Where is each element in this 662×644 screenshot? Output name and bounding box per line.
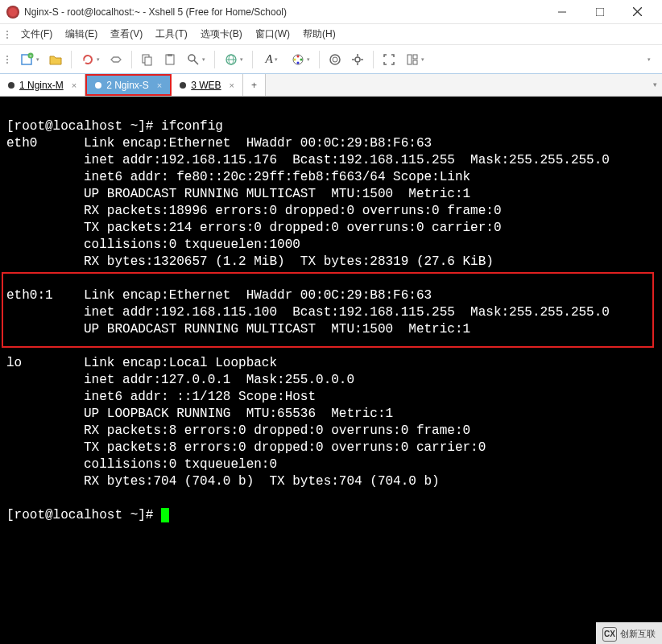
svg-rect-28 [413, 55, 417, 59]
paste-button[interactable] [159, 49, 180, 70]
find-button[interactable]: ▾ [182, 49, 209, 70]
svg-point-22 [355, 57, 360, 62]
watermark: CX 创新互联 [596, 622, 662, 644]
disconnect-button[interactable] [106, 49, 126, 70]
title-bar: Nginx-S - root@localhost:~ - Xshell 5 (F… [0, 0, 662, 24]
tab-label: 1 Nginx-M [19, 80, 64, 91]
menu-window[interactable]: 窗口(W) [249, 25, 296, 43]
tab-nginx-m[interactable]: 1 Nginx-M × [0, 74, 85, 96]
svg-point-18 [300, 58, 303, 60]
menu-bar: 文件(F) 编辑(E) 查看(V) 工具(T) 选项卡(B) 窗口(W) 帮助(… [0, 24, 662, 45]
terminal-cursor [161, 508, 169, 522]
tab-label: 3 WEB [191, 80, 221, 91]
menu-file[interactable]: 文件(F) [14, 25, 59, 43]
tab-nginx-s[interactable]: 2 Nginx-S × [85, 74, 172, 96]
font-button[interactable]: A▾ [258, 49, 285, 70]
terminal-line: collisions:0 txqueuelen:0 [84, 457, 277, 472]
terminal-line: RX bytes:1320657 (1.2 MiB) TX bytes:2831… [84, 254, 494, 269]
svg-text:+: + [29, 53, 32, 58]
toolbar-overflow-button[interactable]: ▾ [638, 49, 659, 70]
maximize-button[interactable] [581, 1, 618, 23]
svg-rect-1 [596, 8, 604, 16]
menu-tools[interactable]: 工具(T) [149, 25, 193, 43]
svg-rect-10 [168, 54, 172, 56]
terminal-line: Link encap:Ethernet HWaddr 00:0C:29:B8:F… [84, 288, 432, 303]
close-button[interactable] [619, 1, 656, 23]
svg-point-19 [297, 61, 300, 64]
terminal-pane[interactable]: [root@localhost ~]# ifconfig eth0 Link e… [0, 97, 662, 644]
tab-bar: 1 Nginx-M × 2 Nginx-S × 3 WEB × + ▾ [0, 74, 662, 97]
terminal-line: inet6 addr: fe80::20c:29ff:feb8:f663/64 … [84, 170, 470, 184]
toolbar-separator [252, 51, 253, 68]
svg-point-17 [297, 55, 300, 57]
tab-status-dot [95, 82, 101, 89]
new-tab-button[interactable]: + [243, 74, 266, 96]
terminal-line: TX packets:214 errors:0 dropped:0 overru… [84, 221, 501, 235]
terminal-line: UP BROADCAST RUNNING MULTICAST MTU:1500 … [84, 322, 470, 336]
svg-rect-27 [408, 55, 412, 64]
color-button[interactable]: ▾ [287, 49, 314, 70]
tabbar-overflow-button[interactable]: ▾ [646, 74, 662, 95]
toolbar-separator [214, 51, 215, 68]
script-button[interactable] [325, 49, 345, 70]
layout-button[interactable]: ▾ [401, 49, 428, 70]
toolbar-drag-handle[interactable] [6, 52, 11, 67]
toolbar-separator [131, 51, 132, 68]
terminal-line: inet6 addr: ::1/128 Scope:Host [84, 390, 316, 404]
svg-point-20 [294, 58, 296, 60]
prompt: [root@localhost ~]# [6, 508, 161, 522]
terminal-command: ifconfig [161, 119, 223, 134]
watermark-text: 创新互联 [620, 625, 656, 642]
terminal-line: TX packets:8 errors:0 dropped:0 overruns… [84, 440, 486, 455]
window-title: Nginx-S - root@localhost:~ - Xshell 5 (F… [24, 6, 544, 18]
iface-name: lo [6, 356, 22, 370]
iface-name: eth0:1 [6, 288, 53, 303]
tab-close-icon[interactable]: × [72, 80, 77, 90]
menu-drag-handle[interactable] [6, 27, 11, 42]
new-session-button[interactable]: +▾ [16, 49, 43, 70]
toolbar-separator [373, 51, 374, 68]
svg-point-11 [188, 55, 195, 61]
menu-edit[interactable]: 编辑(E) [59, 25, 104, 43]
svg-rect-29 [413, 60, 417, 64]
terminal-line: UP LOOPBACK RUNNING MTU:65536 Metric:1 [84, 407, 393, 421]
tab-web[interactable]: 3 WEB × [172, 74, 243, 96]
minimize-button[interactable] [544, 1, 580, 23]
terminal-line: RX bytes:704 (704.0 b) TX bytes:704 (704… [84, 474, 440, 489]
reconnect-button[interactable]: ▾ [77, 49, 104, 70]
tab-close-icon[interactable]: × [157, 80, 162, 90]
svg-point-21 [330, 55, 340, 64]
terminal-line: inet addr:192.168.115.100 Bcast:192.168.… [84, 305, 610, 320]
svg-rect-8 [145, 57, 151, 65]
open-button[interactable] [45, 49, 66, 70]
toolbar-separator [319, 51, 320, 68]
app-icon [6, 6, 19, 19]
tabbar-spacer [266, 74, 646, 96]
terminal-line: collisions:0 txqueuelen:1000 [84, 237, 300, 252]
svg-line-12 [194, 60, 198, 64]
tab-status-dot [180, 82, 186, 89]
terminal-line: inet addr:127.0.0.1 Mask:255.0.0.0 [84, 373, 354, 387]
terminal-line: RX packets:18996 errors:0 dropped:0 over… [84, 204, 501, 218]
tab-status-dot [8, 82, 14, 89]
toolbar: +▾ ▾ ▾ ▾ A▾ ▾ ▾ ▾ [0, 45, 662, 74]
copy-button[interactable] [137, 49, 158, 70]
iface-name: eth0 [6, 136, 37, 151]
window-controls [544, 1, 656, 23]
menu-tabs[interactable]: 选项卡(B) [194, 25, 249, 43]
toolbar-separator [71, 51, 72, 68]
settings-button[interactable] [347, 49, 368, 70]
tab-label: 2 Nginx-S [106, 80, 149, 91]
menu-view[interactable]: 查看(V) [104, 25, 149, 43]
terminal-line: RX packets:8 errors:0 dropped:0 overruns… [84, 423, 470, 438]
globe-button[interactable]: ▾ [220, 49, 247, 70]
tab-close-icon[interactable]: × [230, 80, 234, 90]
menu-help[interactable]: 帮助(H) [296, 25, 342, 43]
terminal-line: inet addr:192.168.115.176 Bcast:192.168.… [84, 153, 610, 167]
prompt: [root@localhost ~]# [6, 119, 161, 134]
terminal-line: UP BROADCAST RUNNING MULTICAST MTU:1500 … [84, 187, 470, 201]
terminal-line: Link encap:Local Loopback [84, 356, 277, 370]
fullscreen-button[interactable] [379, 49, 399, 70]
watermark-logo: CX [602, 627, 617, 642]
terminal-line: Link encap:Ethernet HWaddr 00:0C:29:B8:F… [84, 136, 432, 151]
